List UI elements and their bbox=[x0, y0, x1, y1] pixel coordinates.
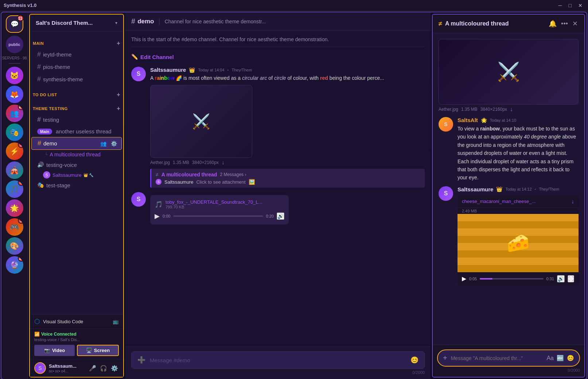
voice-connected-bar: 📶 Voice Connected testing-voice / Salt's… bbox=[30, 328, 123, 359]
category-main[interactable]: MAIN + bbox=[30, 34, 123, 48]
video-volume-button[interactable]: 🔊 bbox=[557, 275, 565, 282]
video-thumbnail[interactable]: 🧀 bbox=[457, 214, 579, 272]
thread-image[interactable]: ⚔️ bbox=[439, 39, 579, 105]
server-header[interactable]: Salt's Discord Them... ▾ bbox=[30, 15, 123, 31]
thread-download-image-button[interactable]: ↓ bbox=[510, 106, 513, 113]
thread-message-input[interactable] bbox=[451, 355, 543, 361]
user-bar: S Saltssaum... oc• oc• o4... 🎤 🎧 ⚙️ bbox=[30, 359, 123, 377]
thread-preview-author: Saltssaumure bbox=[164, 179, 193, 185]
server-icon-8[interactable]: 🌟 bbox=[6, 199, 23, 217]
video-time-total: 0:31 bbox=[546, 277, 554, 281]
public-server-button[interactable]: public bbox=[6, 36, 23, 53]
thread-message-count[interactable]: 2 Messages › bbox=[220, 172, 246, 177]
channel-pios-theme[interactable]: # pios-theme bbox=[31, 61, 122, 73]
channel-test-stage[interactable]: 🎭 test-stage bbox=[31, 180, 122, 191]
audio-player: ▶ 0:00 0:20 🔊 bbox=[155, 212, 284, 220]
volume-button[interactable]: 🔊 bbox=[277, 212, 284, 220]
add-testing-icon[interactable]: + bbox=[117, 105, 120, 112]
server-icon-9[interactable]: 🎮 1 bbox=[6, 218, 23, 236]
server-icon-7[interactable]: 🎵 4 bbox=[6, 180, 23, 198]
message-1-avatar: S bbox=[131, 67, 146, 81]
server-icon-2[interactable]: 🦊 bbox=[6, 86, 23, 103]
settings-icon[interactable]: ⚙️ bbox=[109, 140, 118, 147]
deafen-button[interactable]: 🎧 bbox=[99, 364, 108, 372]
video-play-button[interactable]: ▶ bbox=[462, 275, 466, 282]
voice-connected-title: 📶 Voice Connected bbox=[34, 332, 119, 337]
server-emoji-6: 🎪 bbox=[10, 166, 19, 175]
emoji-button[interactable]: 😊 bbox=[410, 355, 419, 365]
video-progress-bar[interactable] bbox=[480, 278, 543, 280]
user-settings-button[interactable]: ⚙️ bbox=[110, 364, 119, 372]
add-channel-icon[interactable]: + bbox=[117, 40, 120, 47]
window-controls[interactable]: ─ □ ✕ bbox=[557, 2, 584, 9]
edit-channel-button[interactable]: ✏️ Edit Channel bbox=[131, 51, 425, 62]
channel-ieytd-theme[interactable]: # ieytd-theme bbox=[31, 48, 122, 60]
server-emoji-10: 🎨 bbox=[10, 242, 19, 250]
thread-bell-button[interactable]: 🔔 bbox=[548, 19, 557, 28]
server-icon-10[interactable]: 🎨 bbox=[6, 237, 23, 255]
signal-icon: 📶 bbox=[34, 332, 40, 337]
mute-microphone-button[interactable]: 🎤 bbox=[88, 364, 97, 372]
vscode-action-button[interactable]: 📺 bbox=[113, 319, 119, 324]
video-fullscreen-button[interactable]: ⛶ bbox=[568, 275, 574, 282]
server-icon-11[interactable]: 🔮 13 bbox=[6, 256, 23, 274]
audio-progress-bar[interactable] bbox=[173, 215, 263, 217]
play-button[interactable]: ▶ bbox=[155, 212, 160, 220]
channel-header-name: # demo bbox=[131, 17, 154, 26]
server-icon-1[interactable]: 🐱 bbox=[6, 67, 23, 84]
category-todo[interactable]: TO DO LIST + bbox=[30, 86, 123, 99]
aether-image[interactable]: ⚔️ bbox=[150, 85, 252, 158]
chat-input-box: ➕ 😊 bbox=[131, 351, 425, 369]
server-icon-5[interactable]: ⚡ 1 bbox=[6, 142, 23, 160]
user-status-text: oc• oc• o4... bbox=[49, 369, 68, 373]
channel-testing[interactable]: # testing bbox=[31, 114, 122, 126]
thread-font-button[interactable]: Aa bbox=[546, 355, 554, 362]
channel-synthesis-theme[interactable]: # synthesis-theme bbox=[31, 73, 122, 85]
thread-preview-attachment-icon: 🖼️ bbox=[249, 179, 255, 185]
message-1-author: Saltssaumure bbox=[150, 67, 186, 73]
thread-msg1-author: SaltsAlt bbox=[457, 117, 478, 123]
header-separator: | bbox=[158, 17, 160, 26]
hash-icon-3: # bbox=[37, 75, 41, 83]
demo-channel-actions: 👥 ⚙️ bbox=[99, 140, 118, 147]
close-button[interactable]: ✕ bbox=[576, 2, 584, 9]
vscode-label: Visual Studio Code bbox=[43, 319, 110, 324]
server-icon-6[interactable]: 🎪 bbox=[6, 161, 23, 179]
screen-share-button[interactable]: 🖥️ Screen bbox=[77, 345, 119, 356]
voice-user-saltssaumure[interactable]: S Saltssaumure 👑 🔧 bbox=[30, 171, 123, 179]
thread-title: ≠ A multicoloured thread bbox=[439, 20, 509, 28]
server-icon-3[interactable]: 👥 21 bbox=[6, 105, 23, 122]
channel-another-useless[interactable]: Main another useless thread bbox=[31, 126, 122, 137]
channel-name-3: synthesis-theme bbox=[43, 76, 83, 82]
maximize-button[interactable]: □ bbox=[567, 2, 573, 9]
minimize-button[interactable]: ─ bbox=[557, 2, 564, 9]
thread-more-button[interactable]: ••• bbox=[560, 19, 569, 28]
message-1-badge: 👑 bbox=[189, 67, 195, 73]
message-2-content: 🎵 toby_fox_-_UNDERTALE_Soundtrack_70_L..… bbox=[150, 192, 425, 224]
thread-close-button[interactable]: ✕ bbox=[572, 19, 579, 28]
message-input[interactable] bbox=[150, 357, 406, 363]
thread-preview-text: Click to see attachment bbox=[196, 179, 245, 185]
channel-demo[interactable]: # demo 👥 ⚙️ bbox=[31, 137, 122, 150]
add-attachment-button[interactable]: ➕ bbox=[137, 355, 146, 365]
server-icon-4[interactable]: 🎭 bbox=[6, 124, 23, 141]
thread-header: ≠ A multicoloured thread 🔔 ••• ✕ bbox=[433, 15, 584, 33]
thread-image-meta: Aether.jpg 1.35 MB 3840×2160px ↓ bbox=[439, 106, 579, 113]
thread-preview[interactable]: ≠ A multicoloured thread 2 Messages › S … bbox=[150, 169, 425, 188]
members-icon[interactable]: 👥 bbox=[99, 140, 108, 147]
thread-emoji-button[interactable]: 😊 bbox=[567, 355, 574, 362]
thread-multicoloured[interactable]: └ A multicoloured thread bbox=[31, 150, 122, 159]
thread-add-button[interactable]: + bbox=[443, 354, 447, 362]
add-todo-icon[interactable]: + bbox=[117, 91, 120, 98]
category-theme-testing[interactable]: THEME TESTING + bbox=[30, 99, 123, 113]
video-button[interactable]: 📷 Video bbox=[34, 345, 75, 356]
server-emoji-2: 🦊 bbox=[10, 90, 19, 99]
video-controls: ▶ 0:05 0:31 🔊 ⛶ bbox=[457, 272, 579, 285]
thread-translate-button[interactable]: 🔤 bbox=[557, 355, 564, 362]
download-video-button[interactable]: ↓ bbox=[571, 198, 574, 205]
discord-home-button[interactable]: 💬 11 bbox=[6, 15, 23, 33]
channel-testing-voice[interactable]: 🔊 testing-voice bbox=[31, 159, 122, 170]
download-image-button[interactable]: ↓ bbox=[222, 159, 225, 166]
thread-panel: ≠ A multicoloured thread 🔔 ••• ✕ ⚔️ Aeth… bbox=[432, 14, 585, 378]
chat-input-area: ➕ 😊 0/2000 bbox=[125, 347, 431, 379]
